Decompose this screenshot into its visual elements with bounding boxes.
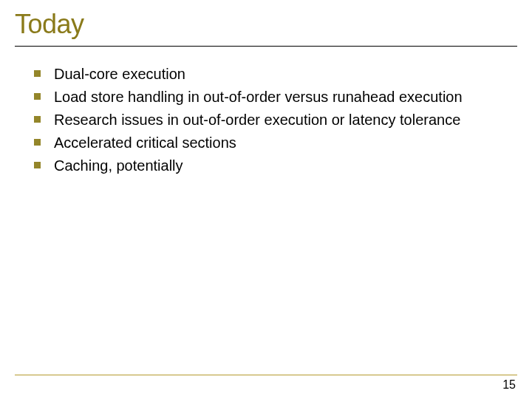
footer-divider bbox=[15, 375, 517, 375]
list-item: Caching, potentially bbox=[34, 156, 510, 176]
bullet-square-icon bbox=[34, 116, 41, 123]
bullet-text: Dual-core execution bbox=[54, 64, 185, 84]
page-number: 15 bbox=[502, 378, 516, 392]
list-item: Accelerated critical sections bbox=[34, 133, 510, 153]
list-item: Research issues in out-of-order executio… bbox=[34, 110, 510, 130]
list-item: Dual-core execution bbox=[34, 64, 510, 84]
bullet-square-icon bbox=[34, 93, 41, 100]
list-item: Load store handling in out-of-order vers… bbox=[34, 87, 510, 107]
slide: Today Dual-core execution Load store han… bbox=[0, 0, 532, 399]
bullet-text: Accelerated critical sections bbox=[54, 133, 236, 153]
bullet-square-icon bbox=[34, 70, 41, 77]
slide-content: Dual-core execution Load store handling … bbox=[15, 64, 517, 176]
bullet-text: Caching, potentially bbox=[54, 156, 183, 176]
slide-title: Today bbox=[15, 9, 517, 47]
bullet-square-icon bbox=[34, 139, 41, 146]
bullet-text: Load store handling in out-of-order vers… bbox=[54, 87, 463, 107]
bullet-text: Research issues in out-of-order executio… bbox=[54, 110, 460, 130]
bullet-square-icon bbox=[34, 162, 41, 168]
